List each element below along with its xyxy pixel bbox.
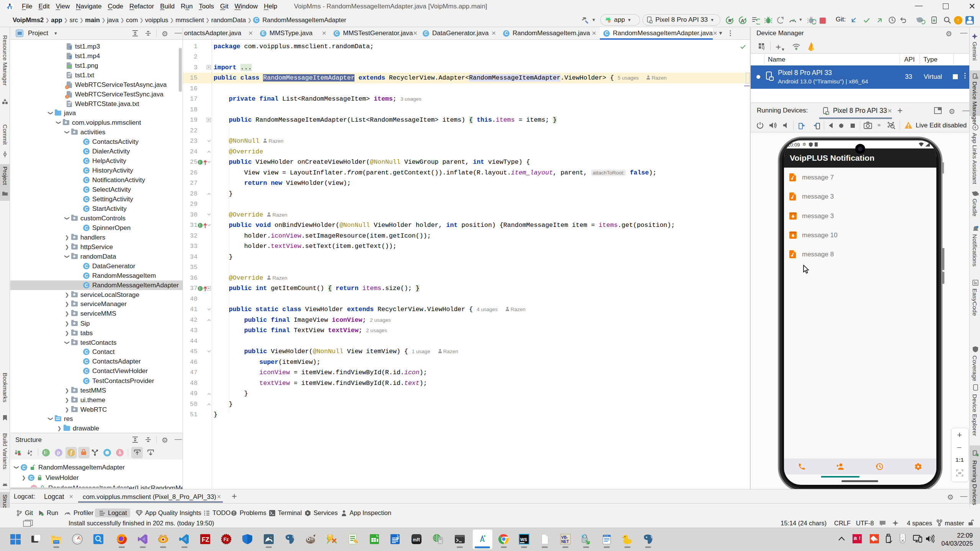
svg-text:I: I [199, 223, 201, 228]
svg-text:NET: NET [561, 540, 569, 544]
svg-text:Fz: Fz [224, 537, 229, 542]
svg-text:A: A [741, 18, 745, 24]
svg-text:mR: mR [413, 537, 420, 543]
svg-text:z: z [30, 453, 32, 456]
svg-text:VB-: VB- [561, 535, 568, 540]
svg-text:a: a [30, 450, 32, 453]
svg-text:FZ: FZ [202, 536, 209, 543]
svg-text:I: I [199, 287, 201, 291]
svg-text:WS: WS [520, 537, 527, 542]
svg-text:I: I [199, 160, 201, 165]
